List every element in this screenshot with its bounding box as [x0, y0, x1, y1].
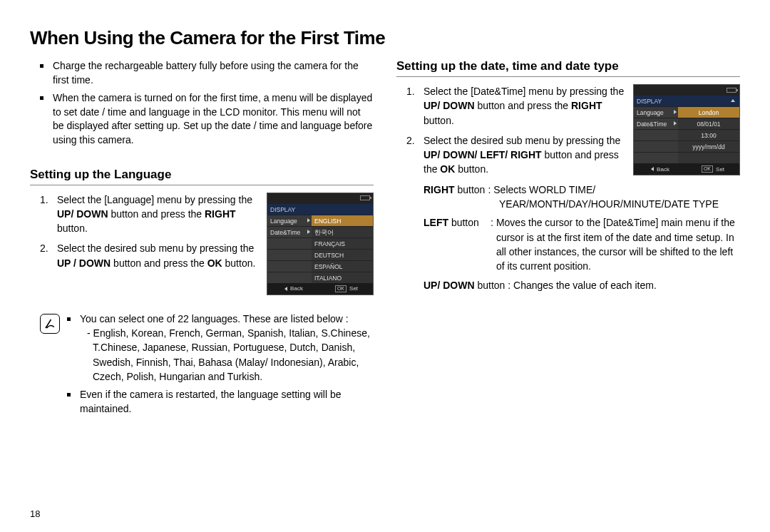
section-title-language: Setting up the Language: [30, 168, 374, 185]
page-title: When Using the Camera for the First Time: [30, 27, 740, 49]
page-number: 18: [30, 508, 40, 519]
section-title-date: Setting up the date, time and date type: [396, 59, 740, 77]
lcd-option: FRANÇAIS: [312, 237, 373, 249]
button-desc: Selects WORLD TIME/: [493, 183, 595, 197]
step-item: Select the desired sub menu by pressing …: [40, 241, 258, 270]
lcd-foot-set: Set: [716, 166, 724, 173]
date-steps-row: Select the [Date&Time] menu by pressing …: [396, 84, 740, 183]
button-desc: Moves the cursor to the [Date&Time] main…: [496, 215, 740, 273]
step-text: button and press the: [108, 208, 205, 220]
note-icon: [40, 314, 60, 334]
lcd-language-screenshot: DISPLAY Language Date&Time ENGLISH 한국어 F…: [267, 193, 374, 295]
button-definition-left: LEFT button : Moves the cursor to the [D…: [396, 215, 740, 273]
step-text: Select the [Language] menu by pressing t…: [57, 194, 252, 205]
step-item: Select the [Language] menu by pressing t…: [40, 193, 258, 236]
button-name: OK: [440, 163, 455, 175]
back-arrow-icon: [651, 167, 654, 171]
lcd-menu-item: Language: [267, 215, 312, 226]
button-name: UP/ DOWN: [423, 100, 475, 111]
lcd-date-screenshot: DISPLAY Language Date&Time London 08/01/…: [633, 84, 740, 175]
lcd-menu-item: Language: [634, 106, 678, 118]
button-suffix: button :: [475, 280, 513, 291]
lcd-option: 한국어: [312, 226, 373, 237]
step-text: button and press the: [475, 100, 571, 111]
lcd-menu-item: Date&Time: [634, 118, 678, 129]
lcd-foot-set: Set: [349, 285, 358, 292]
lcd-menu-item: Date&Time: [267, 226, 312, 237]
step-item: Select the [Date&Time] menu by pressing …: [406, 84, 625, 128]
language-steps: Select the [Language] menu by pressing t…: [30, 193, 258, 276]
note-content: You can select one of 22 languages. Thes…: [67, 312, 374, 421]
language-steps-row: Select the [Language] menu by pressing t…: [30, 193, 374, 295]
step-text: button and press the: [111, 257, 207, 269]
language-list: - English, Korean, French, German, Spani…: [87, 326, 374, 384]
button-definition-right: RIGHT button : Selects WORLD TIME/ YEAR/…: [396, 183, 740, 212]
step-item: Select the desired sub menu by pressing …: [406, 133, 625, 177]
step-text: Select the desired sub menu by pressing …: [423, 135, 620, 146]
button-definition-updown: UP/ DOWN button : Changes the value of e…: [396, 278, 740, 292]
button-name: UP/ DOWN/ LEFT/ RIGHT: [423, 149, 542, 160]
lcd-foot-back: Back: [657, 166, 669, 173]
step-text: button.: [423, 115, 454, 126]
ok-icon: OK: [702, 165, 713, 173]
button-suffix: button: [448, 217, 479, 228]
button-desc-line2: YEAR/MONTH/DAY/HOUR/MINUTE/DATE TYPE: [423, 197, 740, 211]
step-text: button.: [222, 257, 256, 269]
button-name: OK: [207, 257, 222, 269]
lcd-header: DISPLAY: [634, 95, 678, 106]
lcd-option: 13:00: [678, 129, 739, 140]
battery-icon: [727, 88, 736, 93]
lcd-option-selected: ENGLISH: [312, 215, 373, 226]
date-steps: Select the [Date&Time] menu by pressing …: [396, 84, 625, 183]
button-name: RIGHT: [205, 208, 236, 220]
lcd-foot-back: Back: [290, 285, 303, 292]
right-column: Setting up the date, time and date type …: [396, 59, 740, 421]
lcd-option-selected: London: [678, 106, 739, 118]
step-text: Select the desired sub menu by pressing …: [57, 242, 254, 254]
button-name: UP / DOWN: [57, 257, 111, 269]
step-text: button.: [455, 163, 488, 175]
step-text: Select the [Date&Time] menu by pressing …: [423, 86, 624, 97]
lcd-option: 08/01/01: [678, 118, 739, 129]
two-column-layout: Charge the rechargeable battery fully be…: [30, 59, 740, 421]
button-name: LEFT: [423, 217, 448, 228]
lcd-option: ESPAÑOL: [312, 260, 373, 272]
note-bullet: You can select one of 22 languages. Thes…: [67, 312, 374, 384]
lcd-header: DISPLAY: [267, 203, 312, 215]
note-bullet: Even if the camera is restarted, the lan…: [67, 388, 374, 416]
button-desc: Changes the value of each item.: [513, 280, 657, 291]
note-box: You can select one of 22 languages. Thes…: [30, 312, 374, 421]
button-name: UP/ DOWN: [423, 280, 475, 291]
button-name: RIGHT: [571, 100, 602, 111]
button-name: RIGHT: [423, 184, 455, 195]
intro-bullet: When the camera is turned on for the fir…: [40, 91, 374, 147]
note-lead: You can select one of 22 languages. Thes…: [80, 313, 349, 324]
button-name: UP/ DOWN: [57, 208, 108, 220]
ok-icon: OK: [335, 285, 346, 292]
button-suffix: button: [455, 184, 486, 195]
intro-bullet: Charge the rechargeable battery fully be…: [40, 59, 374, 87]
lcd-option: yyyy/mm/dd: [678, 140, 739, 152]
back-arrow-icon: [284, 287, 287, 291]
battery-icon: [360, 195, 370, 200]
left-column: Charge the rechargeable battery fully be…: [30, 59, 374, 421]
step-text: button.: [57, 222, 88, 234]
lcd-option: ITALIANO: [312, 272, 373, 283]
intro-bullets: Charge the rechargeable battery fully be…: [30, 59, 374, 148]
lcd-option: DEUTSCH: [312, 249, 373, 260]
